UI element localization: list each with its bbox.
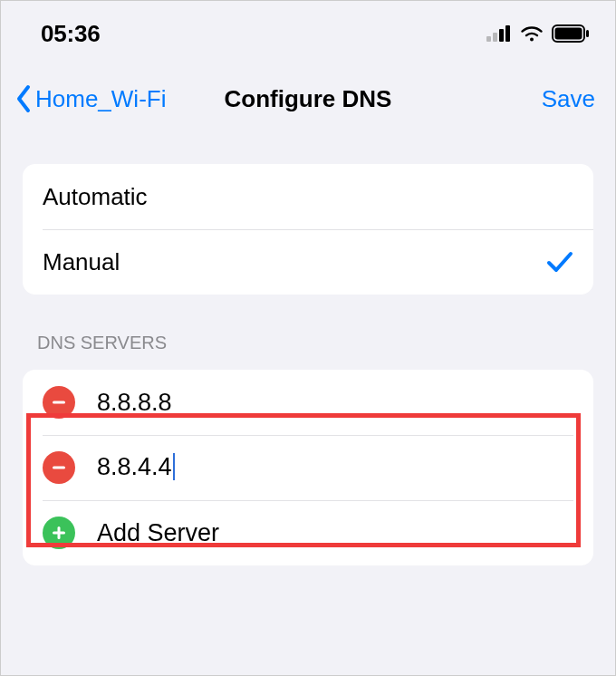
nav-bar: Home_Wi-Fi Configure DNS Save xyxy=(1,61,615,135)
option-label: Manual xyxy=(43,248,120,276)
mode-group: Automatic Manual xyxy=(23,164,593,295)
status-bar: 05:36 xyxy=(1,1,615,61)
svg-rect-2 xyxy=(499,29,504,42)
text-cursor xyxy=(173,453,175,480)
add-button[interactable] xyxy=(43,517,75,549)
section-header-dns: DNS SERVERS xyxy=(37,333,579,353)
svg-rect-10 xyxy=(58,526,61,539)
svg-rect-1 xyxy=(493,33,497,42)
back-label: Home_Wi-Fi xyxy=(35,85,166,113)
dns-server-row[interactable]: 8.8.8.8 xyxy=(23,370,593,435)
option-automatic[interactable]: Automatic xyxy=(23,164,593,229)
checkmark-icon xyxy=(546,250,573,274)
option-label: Automatic xyxy=(43,183,148,211)
add-server-row[interactable]: Add Server xyxy=(23,500,593,565)
option-manual[interactable]: Manual xyxy=(23,229,593,295)
svg-rect-3 xyxy=(505,25,510,42)
wifi-icon xyxy=(519,24,544,43)
save-button[interactable]: Save xyxy=(542,85,595,113)
status-indicators xyxy=(486,24,590,43)
battery-icon xyxy=(552,24,590,43)
svg-rect-7 xyxy=(53,401,65,404)
add-server-label: Add Server xyxy=(97,519,219,547)
delete-button[interactable] xyxy=(43,386,75,419)
svg-rect-0 xyxy=(486,36,491,42)
status-time: 05:36 xyxy=(41,20,101,48)
cellular-icon xyxy=(486,25,512,42)
server-ip[interactable]: 8.8.4.4 xyxy=(97,453,175,482)
page-title: Configure DNS xyxy=(225,85,392,113)
server-ip[interactable]: 8.8.8.8 xyxy=(97,389,172,417)
dns-servers-group: 8.8.8.8 8.8.4.4 Add Server xyxy=(23,370,593,565)
dns-server-row[interactable]: 8.8.4.4 xyxy=(23,435,593,500)
svg-rect-5 xyxy=(555,28,582,40)
chevron-left-icon xyxy=(14,84,34,113)
delete-button[interactable] xyxy=(43,451,75,484)
back-button[interactable]: Home_Wi-Fi xyxy=(14,84,166,113)
svg-rect-6 xyxy=(586,30,589,37)
svg-rect-8 xyxy=(53,467,65,469)
